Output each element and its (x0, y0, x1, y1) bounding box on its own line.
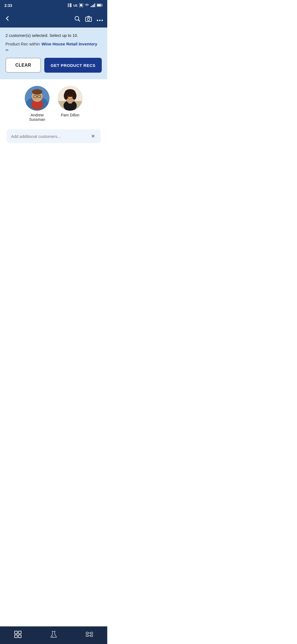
battery-icon (97, 4, 103, 8)
svg-rect-10 (102, 4, 103, 6)
selection-info: 2 customer(s) selected. Select up to 10. (6, 33, 102, 38)
status-bar: 2:33 UE (0, 0, 107, 11)
more-icon[interactable] (97, 16, 103, 23)
get-product-recs-button[interactable]: GET PRODUCT RECS (44, 58, 102, 73)
action-buttons: CLEAR GET PRODUCT RECS (6, 58, 102, 73)
nav-right (74, 16, 103, 23)
add-customers-input[interactable] (11, 134, 90, 139)
search-clear-button[interactable]: ✕ (90, 133, 96, 139)
avatar-andrew (25, 86, 50, 111)
top-navigation (0, 11, 107, 28)
clear-button[interactable]: CLEAR (6, 58, 41, 73)
svg-point-13 (87, 18, 90, 20)
svg-point-17 (101, 20, 103, 21)
selection-panel: 2 customer(s) selected. Select up to 10.… (0, 28, 107, 79)
svg-rect-7 (95, 3, 95, 7)
signal-icon (91, 3, 95, 8)
product-rec-value: Wine House Retail Inventory (42, 42, 97, 46)
svg-rect-9 (97, 4, 101, 6)
ue-icon: UE (73, 4, 78, 7)
wifi-icon (85, 4, 89, 8)
status-icons: UE (67, 3, 103, 8)
back-button[interactable] (4, 14, 13, 24)
svg-rect-3 (80, 4, 82, 6)
svg-point-16 (99, 20, 101, 21)
svg-point-34 (67, 95, 69, 97)
other-icon (79, 3, 83, 8)
search-row: ✕ (7, 129, 101, 143)
svg-point-15 (97, 20, 98, 21)
camera-icon[interactable] (85, 16, 92, 23)
avatar-pam (58, 86, 82, 111)
product-rec-row: Product Rec within Wine House Retail Inv… (6, 42, 102, 52)
svg-rect-0 (68, 3, 69, 7)
svg-rect-1 (70, 3, 72, 7)
nav-left (4, 14, 13, 24)
search-icon[interactable] (74, 16, 80, 23)
customer-name-pam: Pam Dillon (61, 113, 79, 117)
status-time: 2:33 (4, 3, 12, 8)
sim-card-icon (67, 3, 72, 8)
customer-item-pam[interactable]: Pam Dillon (58, 86, 82, 122)
product-rec-label: Product Rec within (6, 42, 40, 46)
svg-point-35 (71, 95, 73, 97)
edit-icon[interactable]: ✏ (6, 48, 9, 52)
svg-rect-6 (93, 4, 94, 7)
customers-section: AndrewSussman (0, 79, 107, 148)
svg-rect-5 (92, 5, 93, 7)
customers-row: AndrewSussman (6, 86, 102, 122)
svg-rect-4 (91, 6, 92, 7)
customer-name-andrew: AndrewSussman (29, 113, 45, 122)
svg-point-22 (32, 89, 42, 95)
svg-point-14 (90, 17, 91, 18)
customer-item-andrew[interactable]: AndrewSussman (25, 86, 50, 122)
